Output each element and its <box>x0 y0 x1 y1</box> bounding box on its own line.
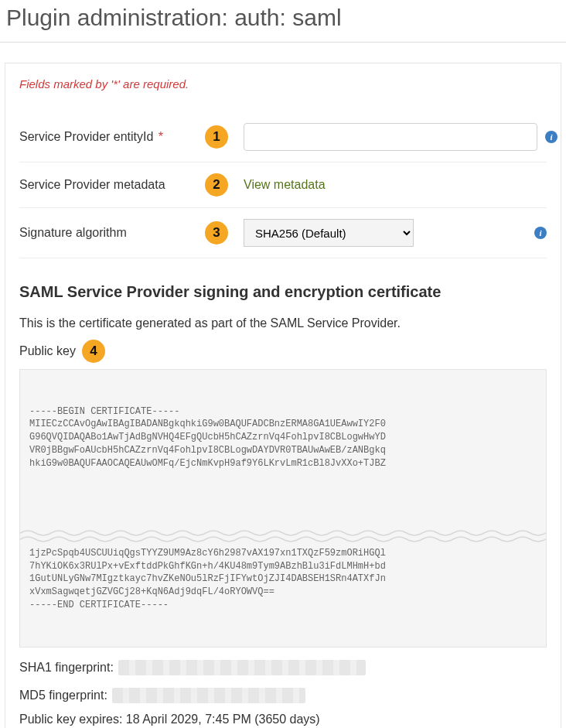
settings-panel: Fields marked by '*' are required. Servi… <box>5 63 561 728</box>
public-key-label-row: Public key 4 <box>19 340 547 363</box>
row-entity-id: Service Provider entityId * 1 i <box>19 112 547 162</box>
certificate-torn-gap <box>20 502 546 518</box>
row-metadata: Service Provider metadata 2 View metadat… <box>19 162 547 208</box>
certificate-text-top: -----BEGIN CERTIFICATE----- MIIECzCCAvOg… <box>29 405 537 470</box>
annotation-badge-1: 1 <box>205 125 228 149</box>
public-key-expiry: Public key expires: 18 April 2029, 7:45 … <box>19 713 547 726</box>
entity-id-input[interactable] <box>244 123 537 151</box>
sha1-fingerprint-row: SHA1 fingerprint: <box>19 660 547 675</box>
required-asterisk: * <box>159 130 163 143</box>
required-fields-note: Fields marked by '*' are required. <box>19 77 547 91</box>
view-metadata-link[interactable]: View metadata <box>244 178 326 192</box>
sha1-label: SHA1 fingerprint: <box>19 661 114 675</box>
info-icon[interactable]: i <box>534 227 547 239</box>
label-metadata: Service Provider metadata <box>19 178 205 192</box>
md5-fingerprint-row: MD5 fingerprint: <box>19 688 547 703</box>
label-entity-id-text: Service Provider entityId <box>19 130 153 143</box>
md5-fingerprint-redacted <box>112 688 305 703</box>
cert-section-description: This is the certificate generated as par… <box>19 316 547 330</box>
public-key-label: Public key <box>19 344 76 358</box>
md5-label: MD5 fingerprint: <box>19 689 107 702</box>
annotation-badge-4: 4 <box>82 340 105 363</box>
sha1-fingerprint-redacted <box>118 660 366 675</box>
label-entity-id: Service Provider entityId * <box>19 130 205 144</box>
annotation-badge-3: 3 <box>205 221 228 244</box>
certificate-box: -----BEGIN CERTIFICATE----- MIIECzCCAvOg… <box>19 369 547 648</box>
row-signature-algorithm: Signature algorithm 3 SHA256 (Default) i <box>19 208 547 258</box>
annotation-badge-2: 2 <box>205 173 228 197</box>
cert-section-heading: SAML Service Provider signing and encryp… <box>19 283 547 301</box>
page-title: Plugin administration: auth: saml <box>0 0 566 43</box>
info-icon[interactable]: i <box>545 131 557 143</box>
signature-algorithm-select[interactable]: SHA256 (Default) <box>244 219 414 247</box>
label-signature-algorithm: Signature algorithm <box>19 226 205 240</box>
